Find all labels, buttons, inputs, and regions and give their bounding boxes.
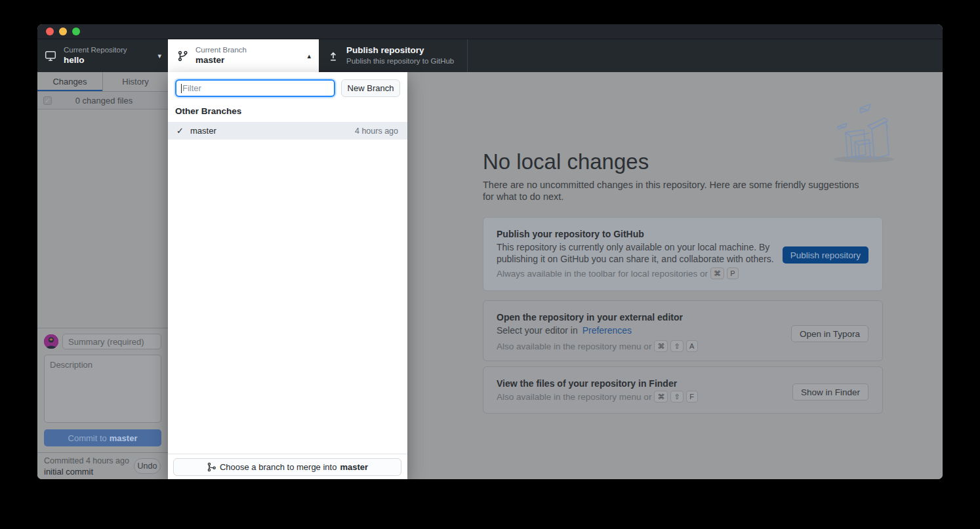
avatar bbox=[44, 334, 58, 349]
repository-name: hello bbox=[64, 55, 157, 66]
cmd-keycap: ⌘ bbox=[654, 391, 668, 402]
shift-keycap: ⇧ bbox=[670, 391, 683, 402]
card-shortcut-hint: Also available in the repository menu or… bbox=[497, 391, 698, 402]
new-branch-button[interactable]: New Branch bbox=[341, 79, 400, 97]
monitor-icon bbox=[44, 50, 57, 62]
branch-row-master[interactable]: ✓ master 4 hours ago bbox=[168, 122, 407, 140]
current-branch-button[interactable]: Current Branch master ▴ bbox=[168, 39, 319, 72]
publish-title: Publish repository bbox=[346, 45, 459, 56]
committed-time: Committed 4 hours ago bbox=[44, 456, 129, 465]
tab-changes[interactable]: Changes bbox=[37, 72, 102, 91]
check-icon: ✓ bbox=[176, 126, 187, 136]
description-textarea[interactable]: Description bbox=[44, 355, 161, 423]
desktop-background: No local changes There are no uncommitte… bbox=[0, 0, 980, 529]
show-in-finder-button[interactable]: Show in Finder bbox=[792, 383, 868, 401]
current-repository-button[interactable]: Current Repository hello ▾ bbox=[37, 39, 168, 72]
publish-repository-button[interactable]: Publish repository bbox=[783, 246, 868, 264]
shift-keycap: ⇧ bbox=[670, 340, 683, 352]
merge-branch-button[interactable]: Choose a branch to merge into master bbox=[173, 458, 401, 476]
changed-files-row: ✓ 0 changed files bbox=[37, 92, 168, 109]
card-title: Publish your repository to GitHub bbox=[497, 229, 644, 239]
toolbar-label: Current Branch bbox=[195, 45, 307, 54]
upload-icon bbox=[327, 50, 340, 62]
branch-filter-input[interactable]: Filter bbox=[175, 79, 335, 97]
github-desktop-window: No local changes There are no uncommitte… bbox=[37, 24, 943, 479]
page-title: No local changes bbox=[483, 149, 649, 174]
minimize-window-button[interactable] bbox=[59, 28, 67, 35]
commit-message: initial commit bbox=[44, 467, 93, 477]
commit-button[interactable]: Commit to master bbox=[44, 429, 161, 446]
card-shortcut-hint: Also available in the repository menu or… bbox=[497, 340, 698, 352]
publish-subtitle: Publish this repository to GitHub bbox=[346, 56, 459, 66]
dropdown-footer: Choose a branch to merge into master bbox=[168, 454, 407, 479]
branch-dropdown: Filter New Branch Other Branches ✓ maste… bbox=[168, 72, 407, 479]
p-keycap: P bbox=[727, 267, 739, 279]
select-all-checkbox[interactable]: ✓ bbox=[43, 96, 52, 105]
cmd-keycap: ⌘ bbox=[710, 267, 724, 279]
chevron-down-icon: ▾ bbox=[157, 52, 161, 60]
page-subtitle: There are no uncommitted changes in this… bbox=[483, 179, 859, 203]
text-caret bbox=[181, 84, 182, 93]
git-branch-icon bbox=[176, 50, 189, 62]
app-toolbar: Current Repository hello ▾ Current Branc… bbox=[37, 39, 943, 72]
card-body: Select your editor in Preferences bbox=[497, 324, 632, 336]
last-commit-bar: Committed 4 hours ago initial commit Und… bbox=[37, 452, 168, 479]
undo-button[interactable]: Undo bbox=[134, 458, 161, 474]
sidebar-tabs: Changes History bbox=[37, 72, 168, 92]
branch-name: master bbox=[195, 55, 307, 66]
close-window-button[interactable] bbox=[46, 28, 54, 35]
summary-input[interactable]: Summary (required) bbox=[62, 334, 161, 349]
card-title: Open the repository in your external edi… bbox=[497, 312, 683, 323]
suggestion-card-finder: View the files of your repository in Fin… bbox=[483, 366, 883, 414]
publish-repository-toolbar-button[interactable]: Publish repository Publish this reposito… bbox=[319, 39, 468, 72]
card-title: View the files of your repository in Fin… bbox=[497, 378, 677, 389]
cmd-keycap: ⌘ bbox=[654, 340, 668, 352]
changed-files-list bbox=[37, 110, 168, 328]
toolbar-label: Current Repository bbox=[64, 45, 157, 54]
preferences-link[interactable]: Preferences bbox=[582, 325, 632, 336]
open-in-editor-button[interactable]: Open in Typora bbox=[791, 325, 868, 342]
suggestion-card-publish: Publish your repository to GitHub This r… bbox=[483, 217, 883, 291]
commit-form: Summary (required) Description Commit to… bbox=[37, 328, 168, 452]
changes-sidebar: Changes History ✓ 0 changed files Summar bbox=[37, 72, 168, 479]
card-body: This repository is currently only availa… bbox=[497, 241, 774, 265]
chevron-up-icon: ▴ bbox=[307, 52, 311, 60]
tab-history[interactable]: History bbox=[102, 72, 168, 91]
suggestion-card-editor: Open the repository in your external edi… bbox=[483, 300, 883, 361]
branches-section-header: Other Branches bbox=[175, 106, 241, 116]
f-keycap: F bbox=[686, 391, 698, 402]
window-titlebar bbox=[37, 24, 943, 39]
a-keycap: A bbox=[686, 340, 698, 352]
changed-files-count: 0 changed files bbox=[52, 96, 156, 106]
zoom-window-button[interactable] bbox=[72, 28, 80, 35]
paper-stack-illustration bbox=[826, 98, 905, 165]
card-shortcut-hint: Always available in the toolbar for loca… bbox=[497, 267, 739, 279]
git-merge-icon bbox=[207, 462, 216, 472]
